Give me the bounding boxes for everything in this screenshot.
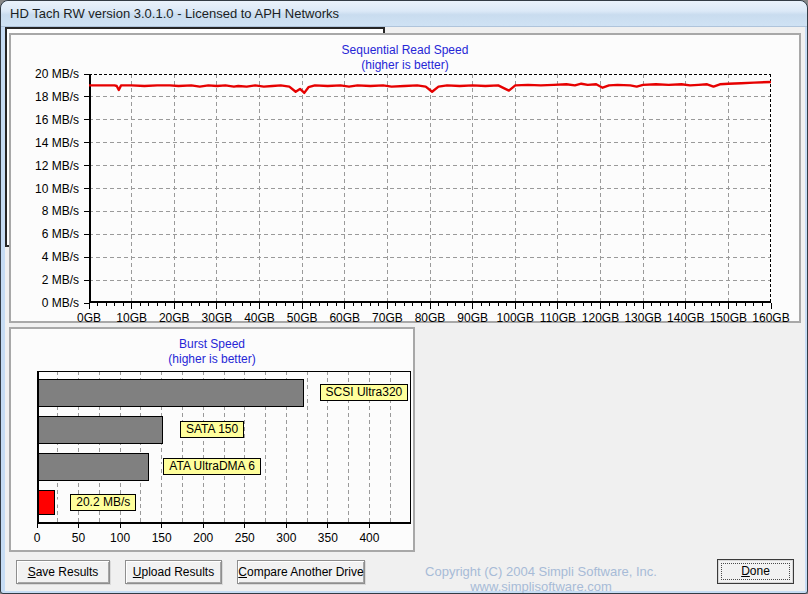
sequential-read-chart-title: Sequential Read Speed — [11, 43, 799, 58]
client-area: Sequential Read Speed (higher is better)… — [5, 27, 805, 591]
seq-y-tick-label: 12 MB/s — [21, 159, 79, 173]
burst-bar-label: ATA UltraDMA 6 — [163, 458, 261, 475]
burst-bar — [38, 490, 55, 514]
sequential-read-panel: Sequential Read Speed (higher is better)… — [9, 33, 801, 323]
sequential-read-plot: 0 MB/s2 MB/s4 MB/s6 MB/s8 MB/s10 MB/s12 … — [89, 74, 771, 303]
burst-speed-chart-subtitle: (higher is better) — [11, 352, 413, 367]
burst-speed-plot: 050100150200250300350400SCSI Ultra320SAT… — [37, 371, 411, 524]
copyright-text: Copyright (C) 2004 Simpli Software, Inc.… — [373, 564, 709, 594]
upload-label: pload Results — [141, 565, 214, 579]
burst-x-tick-label: 400 — [344, 531, 394, 545]
sequential-read-chart — [89, 74, 771, 303]
seq-x-tick-label: 160GB — [746, 311, 796, 325]
sequential-read-chart-subtitle: (higher is better) — [11, 58, 799, 73]
burst-speed-panel: Burst Speed (higher is better) 050100150… — [9, 327, 415, 552]
save-results-button[interactable]: Save Results — [16, 560, 110, 584]
title-bar[interactable]: HD Tach RW version 3.0.1.0 - Licensed to… — [1, 1, 807, 27]
seq-y-tick-label: 10 MB/s — [21, 182, 79, 196]
done-button[interactable]: Done — [717, 559, 794, 584]
burst-bar-label: SATA 150 — [180, 421, 244, 438]
compare-another-drive-button[interactable]: Compare Another Drive — [237, 560, 365, 584]
save-label: ave Results — [36, 565, 99, 579]
compare-label: ompare Another Drive — [247, 565, 364, 579]
burst-bar-label: SCSI Ultra320 — [320, 384, 409, 401]
seq-y-tick-label: 18 MB/s — [21, 90, 79, 104]
seq-y-tick-label: 0 MB/s — [21, 296, 79, 310]
seq-y-tick-label: 14 MB/s — [21, 136, 79, 150]
burst-bar — [38, 453, 149, 480]
seq-y-tick-label: 6 MB/s — [21, 227, 79, 241]
seq-y-tick-label: 16 MB/s — [21, 113, 79, 127]
done-label: one — [750, 564, 770, 578]
burst-bar — [38, 379, 304, 406]
upload-results-button[interactable]: Upload Results — [125, 560, 222, 584]
seq-y-tick-label: 20 MB/s — [21, 67, 79, 81]
burst-speed-chart-title: Burst Speed — [11, 337, 413, 352]
burst-bar-label: 20.2 MB/s — [70, 494, 136, 511]
seq-y-tick-label: 8 MB/s — [21, 204, 79, 218]
app-window: HD Tach RW version 3.0.1.0 - Licensed to… — [0, 0, 808, 594]
burst-bar — [38, 416, 163, 443]
save-mnemonic: S — [28, 565, 36, 579]
seq-y-tick-label: 4 MB/s — [21, 250, 79, 264]
compare-mnemonic: C — [238, 565, 247, 579]
window-title: HD Tach RW version 3.0.1.0 - Licensed to… — [10, 1, 339, 26]
seq-y-tick-label: 2 MB/s — [21, 273, 79, 287]
done-mnemonic: D — [741, 564, 750, 578]
